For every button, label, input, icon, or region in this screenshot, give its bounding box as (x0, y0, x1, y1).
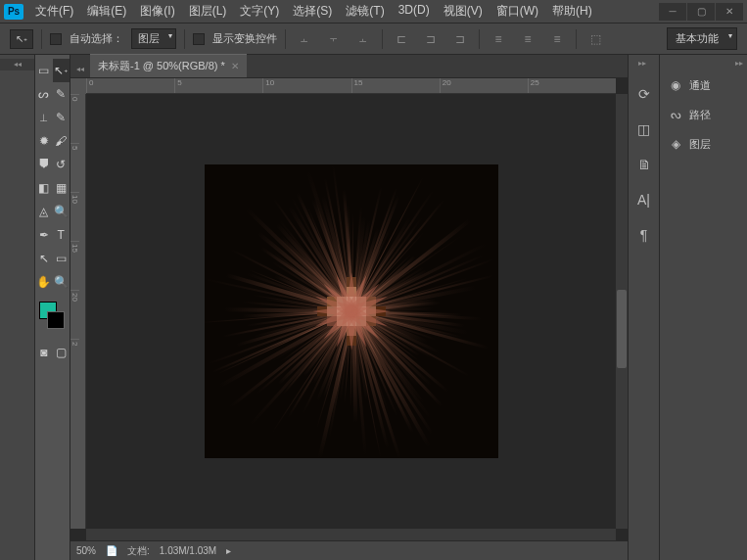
hand-tool-icon[interactable]: ✋ (35, 270, 53, 294)
shape-tool-icon[interactable]: ▭ (53, 247, 70, 270)
menu-select[interactable]: 选择(S) (289, 1, 336, 22)
crop-tool-icon[interactable]: ⟂ (35, 106, 53, 129)
type-tool-icon[interactable]: T (53, 223, 70, 247)
quickmask-icon[interactable]: ◙ (35, 341, 53, 364)
minimize-button[interactable]: ─ (659, 3, 686, 21)
horizontal-ruler[interactable]: 0 5 10 15 20 25 (86, 78, 616, 94)
align-top-icon[interactable]: ⫠ (294, 29, 315, 49)
menu-type[interactable]: 文字(Y) (236, 1, 283, 22)
align-left-icon[interactable]: ⊏ (391, 29, 412, 49)
scrollbar-thumb[interactable] (617, 290, 627, 368)
align-bottom-icon[interactable]: ⫠ (352, 29, 374, 49)
marquee-tool-icon[interactable]: ▭ (35, 59, 53, 82)
document-tab-label: 未标题-1 @ 50%(RGB/8) * (98, 59, 225, 73)
window-controls: ─ ▢ ✕ (658, 3, 743, 21)
distribute-icon-2[interactable]: ≡ (517, 29, 538, 49)
align-hcenter-icon[interactable]: ⊐ (420, 29, 442, 49)
document-tab[interactable]: 未标题-1 @ 50%(RGB/8) * ✕ (90, 54, 247, 77)
dodge-tool-icon[interactable]: 🔍 (53, 200, 70, 223)
zoom-tool-icon[interactable]: 🔍 (53, 270, 70, 294)
move-tool-icon[interactable]: ↖+ (53, 59, 70, 82)
distribute-icon-1[interactable]: ≡ (488, 29, 509, 49)
tab-close-icon[interactable]: ✕ (231, 61, 239, 71)
properties-panel-icon[interactable]: ◫ (632, 117, 656, 141)
separator (576, 29, 577, 49)
show-transform-checkbox[interactable] (193, 33, 205, 45)
doc-info-icon[interactable]: 📄 (106, 545, 117, 556)
document-area: ◂◂ 未标题-1 @ 50%(RGB/8) * ✕ 0 5 10 15 20 2… (70, 55, 628, 560)
vertical-scrollbar[interactable] (616, 94, 628, 529)
doc-info-arrow-icon[interactable]: ▸ (226, 545, 231, 556)
menu-3d[interactable]: 3D(D) (395, 1, 434, 22)
path-select-tool-icon[interactable]: ↖ (35, 247, 53, 270)
app-logo: Ps (4, 4, 23, 20)
canvas-viewport[interactable] (86, 94, 616, 529)
show-transform-label: 显示变换控件 (212, 31, 277, 46)
channels-icon: ◉ (668, 77, 683, 93)
panel-collapse-icon[interactable]: ▸▸ (660, 59, 747, 70)
menu-layer[interactable]: 图层(L) (185, 1, 231, 22)
separator (184, 29, 185, 49)
paths-panel-button[interactable]: ᔓ 路径 (660, 100, 747, 129)
layers-panel-button[interactable]: ◈ 图层 (660, 129, 747, 159)
eraser-tool-icon[interactable]: ◧ (35, 176, 53, 200)
menu-edit[interactable]: 编辑(E) (83, 1, 130, 22)
separator (479, 29, 480, 49)
auto-select-checkbox[interactable] (50, 33, 62, 45)
doc-size-label: 文档: (127, 544, 150, 558)
menu-help[interactable]: 帮助(H) (548, 1, 596, 22)
document-canvas[interactable] (205, 164, 498, 458)
menu-window[interactable]: 窗口(W) (492, 1, 542, 22)
menu-view[interactable]: 视图(V) (440, 1, 487, 22)
history-brush-tool-icon[interactable]: ↺ (53, 153, 70, 176)
document-tab-bar: ◂◂ 未标题-1 @ 50%(RGB/8) * ✕ (70, 55, 628, 78)
stamp-tool-icon[interactable]: ⛊ (35, 153, 53, 176)
workspace-dropdown[interactable]: 基本功能 (667, 27, 737, 50)
background-color[interactable] (47, 311, 65, 329)
close-button[interactable]: ✕ (716, 3, 743, 21)
gradient-tool-icon[interactable]: ▦ (53, 176, 70, 200)
target-dropdown[interactable]: 图层 (131, 28, 176, 49)
auto-select-label: 自动选择： (70, 31, 123, 46)
color-swatches (35, 298, 70, 333)
maximize-button[interactable]: ▢ (687, 3, 715, 21)
layers-label: 图层 (689, 137, 711, 152)
horizontal-scrollbar[interactable] (86, 529, 616, 540)
quick-select-tool-icon[interactable]: ✎ (53, 82, 70, 106)
paragraph-panel-icon[interactable]: A| (632, 188, 656, 211)
menu-file[interactable]: 文件(F) (31, 1, 77, 22)
doc-size-value: 1.03M/1.03M (160, 545, 216, 556)
tab-collapse-icon[interactable]: ◂◂ (74, 60, 86, 77)
brush-tool-icon[interactable]: 🖌 (53, 129, 70, 153)
align-right-icon[interactable]: ⊐ (449, 29, 471, 49)
zoom-level[interactable]: 50% (76, 545, 96, 556)
heal-tool-icon[interactable]: ✹ (35, 129, 53, 153)
character-panel-icon[interactable]: 🗎 (632, 153, 656, 176)
align-vcenter-icon[interactable]: ⫟ (323, 29, 345, 49)
menu-filter[interactable]: 滤镜(T) (342, 1, 388, 22)
history-panel-icon[interactable]: ⟳ (632, 82, 656, 106)
left-edge: ◂◂ (0, 55, 35, 560)
options-bar: ↖+ 自动选择： 图层 显示变换控件 ⫠ ⫟ ⫠ ⊏ ⊐ ⊐ ≡ ≡ ≡ ⬚ 基… (0, 23, 747, 55)
dock-collapse-icon[interactable]: ▸▸ (638, 59, 650, 70)
separator (41, 29, 42, 49)
eyedropper-tool-icon[interactable]: ✎ (53, 106, 70, 129)
current-tool-icon[interactable]: ↖+ (10, 29, 33, 49)
menu-image[interactable]: 图像(I) (136, 1, 178, 22)
separator (285, 29, 286, 49)
collapsed-panel-dock: ▸▸ ⟳ ◫ 🗎 A| ¶ (628, 55, 659, 560)
vertical-ruler[interactable]: 0 5 10 15 20 2 (70, 94, 86, 529)
screenmode-icon[interactable]: ▢ (53, 341, 70, 364)
styles-panel-icon[interactable]: ¶ (632, 223, 656, 247)
3d-mode-icon[interactable]: ⬚ (584, 29, 606, 49)
blur-tool-icon[interactable]: ◬ (35, 200, 53, 223)
lasso-tool-icon[interactable]: ᔕ (35, 82, 53, 106)
channels-panel-button[interactable]: ◉ 通道 (660, 70, 747, 100)
distribute-icon-3[interactable]: ≡ (546, 29, 568, 49)
ruler-origin[interactable] (70, 78, 86, 94)
tools-collapse-icon[interactable]: ◂◂ (0, 59, 34, 70)
panel-dock: ▸▸ ◉ 通道 ᔓ 路径 ◈ 图层 (659, 55, 747, 560)
separator (382, 29, 383, 49)
main-area: ◂◂ ▭↖+ ᔕ✎ ⟂✎ ✹🖌 ⛊↺ ◧▦ ◬🔍 ✒T ↖▭ ✋🔍 ◙▢ ◂◂ … (0, 55, 747, 560)
pen-tool-icon[interactable]: ✒ (35, 223, 53, 247)
